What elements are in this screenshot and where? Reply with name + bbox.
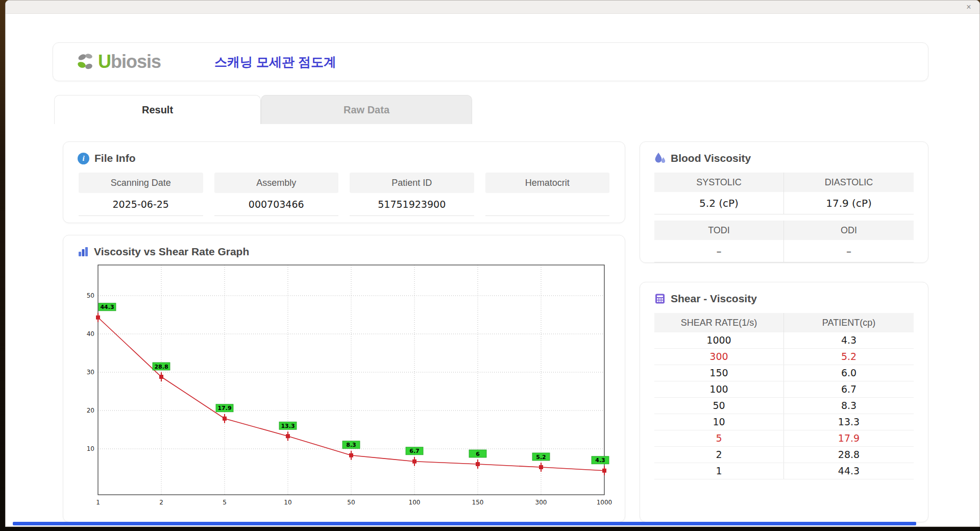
data-point-label-text: 28.8 [154, 364, 168, 370]
data-point-marker [96, 316, 100, 320]
table-row: 508.3 [654, 398, 914, 414]
data-point-marker [286, 434, 290, 438]
table-row: 228.8 [654, 447, 914, 463]
tab-bar: ResultRaw Data [54, 95, 472, 124]
bv-value-systolic: 5.2 (cP) [654, 192, 784, 214]
shear-viscosity-title: Shear - Viscosity [671, 293, 757, 305]
blood-viscosity-grid: SYSTOLICDIASTOLIC5.2 (cP)17.9 (cP)TODIOD… [654, 173, 914, 262]
y-tick-label: 30 [87, 369, 94, 376]
cell-patient: 44.3 [784, 463, 914, 479]
cell-patient: 6.7 [784, 381, 914, 397]
file-info-title: File Info [94, 152, 136, 164]
header-card: Ubiosis 스캐닝 모세관 점도계 [53, 42, 928, 81]
data-point-label-text: 44.3 [100, 304, 114, 310]
x-tick-label: 100 [409, 499, 421, 506]
data-point-marker [349, 453, 353, 457]
shear-viscosity-card: Shear - Viscosity SHEAR RATE(1/s) PATIEN… [640, 282, 928, 522]
window-bottom-accent [13, 522, 916, 525]
file-info-field: Scanning Date2025-06-25 [79, 173, 203, 216]
data-point-marker [602, 469, 606, 473]
x-tick-label: 300 [535, 499, 547, 506]
x-tick-label: 1 [96, 499, 100, 506]
field-value: 000703466 [214, 193, 339, 216]
x-tick-label: 50 [347, 499, 355, 506]
droplet-icon [654, 152, 666, 164]
data-point-label-text: 8.3 [346, 442, 356, 448]
cell-shear-rate: 1000 [654, 332, 784, 348]
table-row: 1006.7 [654, 381, 914, 398]
x-tick-label: 1000 [597, 499, 612, 506]
cell-shear-rate: 50 [654, 398, 784, 414]
bv-value-odi: – [784, 240, 914, 262]
field-value: 51751923900 [350, 193, 474, 216]
graph-header: Viscosity vs Shear Rate Graph [63, 235, 625, 258]
file-info-fields: Scanning Date2025-06-25Assembly000703466… [79, 173, 609, 216]
cell-shear-rate: 100 [654, 381, 784, 397]
field-label: Assembly [214, 173, 339, 193]
cell-shear-rate: 10 [654, 414, 784, 430]
cell-patient: 4.3 [784, 332, 914, 348]
column-header-patient: PATIENT(cp) [784, 313, 914, 332]
x-tick-label: 10 [284, 499, 291, 506]
table-row: 144.3 [654, 463, 914, 479]
data-point-marker [223, 417, 227, 421]
field-value [485, 193, 610, 216]
data-point-label-text: 5.2 [536, 454, 546, 461]
y-tick-label: 20 [87, 407, 94, 414]
shear-viscosity-header: Shear - Viscosity [640, 282, 928, 305]
bv-header-row: TODIODI [654, 221, 914, 240]
column-header-shear-rate: SHEAR RATE(1/s) [654, 313, 784, 332]
file-info-header: i File Info [63, 142, 625, 164]
title-bar: × [6, 1, 979, 14]
bv-value-diastolic: 17.9 (cP) [784, 192, 914, 214]
data-point-label-text: 6.7 [409, 448, 420, 454]
cell-shear-rate: 150 [654, 365, 784, 381]
info-icon: i [78, 153, 89, 164]
y-tick-label: 50 [87, 292, 94, 299]
brand-logo: Ubiosis [77, 51, 161, 73]
field-label: Hematocrit [485, 173, 610, 193]
x-tick-label: 5 [223, 499, 227, 506]
bv-value-row: –– [654, 240, 914, 262]
chart-wrap: 10203040501251050100150300100044.328.817… [74, 260, 625, 516]
bv-label-systolic: SYSTOLIC [654, 173, 784, 192]
cell-patient: 28.8 [784, 447, 914, 463]
cell-patient: 17.9 [784, 430, 914, 446]
app-window: × Ubiosis 스캐닝 모세관 점도계 ResultRaw Data i F… [5, 0, 980, 527]
data-point-label-text: 13.3 [281, 423, 295, 429]
blood-viscosity-title: Blood Viscosity [671, 152, 751, 164]
data-point-label-text: 6 [476, 451, 480, 457]
file-info-card: i File Info Scanning Date2025-06-25Assem… [63, 141, 625, 223]
data-point-marker [476, 462, 480, 466]
table-row: 3005.2 [654, 349, 914, 365]
file-info-field: Hematocrit [485, 173, 610, 216]
x-tick-label: 2 [159, 499, 163, 506]
page-title: 스캐닝 모세관 점도계 [214, 54, 336, 70]
brand-u: U [98, 51, 111, 72]
bv-value-todi: – [654, 240, 784, 262]
shear-table-head: SHEAR RATE(1/s) PATIENT(cp) [654, 313, 914, 332]
table-row: 1013.3 [654, 414, 914, 430]
viscosity-chart: 10203040501251050100150300100044.328.817… [74, 260, 615, 514]
data-point-marker [159, 375, 163, 379]
shear-table: SHEAR RATE(1/s) PATIENT(cp) 10004.33005.… [654, 313, 914, 479]
brand-name: Ubiosis [98, 51, 161, 73]
bv-value-row: 5.2 (cP)17.9 (cP) [654, 192, 914, 214]
bv-header-row: SYSTOLICDIASTOLIC [654, 173, 914, 192]
cell-patient: 5.2 [784, 349, 914, 365]
leaves-icon [77, 52, 95, 71]
bv-label-todi: TODI [654, 221, 784, 240]
blood-viscosity-header: Blood Viscosity [640, 142, 928, 164]
bv-label-diastolic: DIASTOLIC [784, 173, 914, 192]
tab-result[interactable]: Result [54, 95, 261, 124]
y-tick-label: 40 [87, 330, 94, 337]
file-info-field: Patient ID51751923900 [350, 173, 474, 216]
data-point-label-text: 17.9 [217, 405, 231, 412]
table-row: 10004.3 [654, 332, 914, 349]
close-icon[interactable]: × [963, 2, 974, 13]
shear-table-body: 10004.33005.21506.01006.7508.31013.3517.… [654, 332, 914, 479]
table-row: 517.9 [654, 430, 914, 447]
cell-patient: 6.0 [784, 365, 914, 381]
bv-label-odi: ODI [784, 221, 914, 240]
tab-raw-data[interactable]: Raw Data [261, 95, 472, 124]
